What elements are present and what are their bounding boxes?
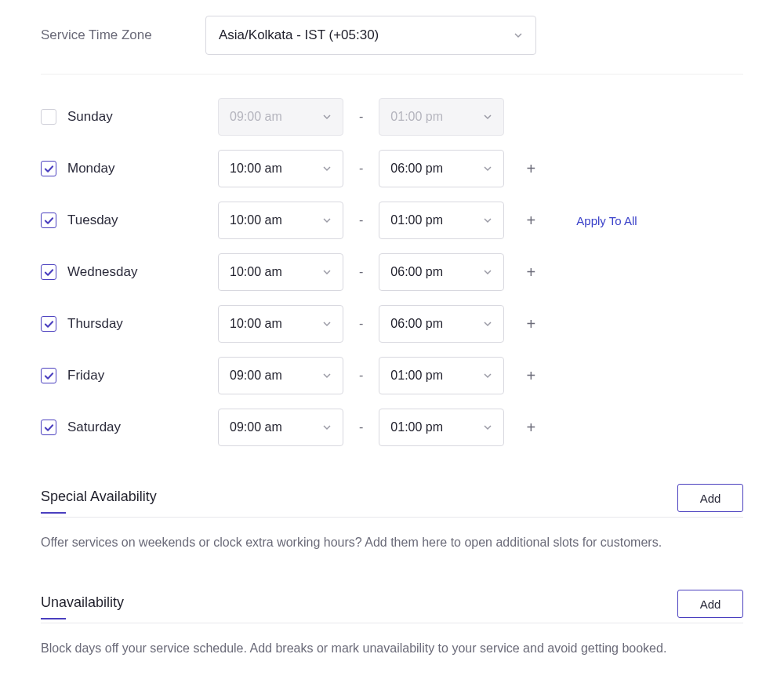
start-time-select[interactable]: 10:00 am (218, 305, 343, 343)
day-row: Wednesday10:00 am-06:00 pm+ (41, 253, 743, 291)
day-checkbox[interactable] (41, 161, 56, 176)
time-dash: - (356, 265, 366, 279)
timezone-label: Service Time Zone (41, 27, 190, 43)
day-label: Friday (67, 368, 104, 383)
start-time-value: 10:00 am (230, 265, 282, 279)
day-checkbox[interactable] (41, 368, 56, 383)
chevron-down-icon (483, 164, 492, 173)
chevron-down-icon (322, 319, 332, 329)
start-time-select[interactable]: 10:00 am (218, 202, 343, 239)
start-time-value: 10:00 am (230, 162, 282, 176)
start-time-value: 09:00 am (230, 110, 282, 124)
start-time-value: 09:00 am (230, 420, 282, 434)
chevron-down-icon (322, 164, 332, 173)
chevron-down-icon (514, 31, 523, 40)
end-time-value: 01:00 pm (390, 420, 443, 434)
chevron-down-icon (322, 216, 332, 225)
day-row: Sunday09:00 am-01:00 pm (41, 98, 743, 136)
end-time-select[interactable]: 01:00 pm (379, 202, 504, 239)
day-checkbox[interactable] (41, 420, 56, 435)
time-dash: - (356, 213, 366, 227)
time-dash: - (356, 369, 366, 383)
special-availability-title: Special Availability (41, 489, 157, 513)
timezone-value: Asia/Kolkata - IST (+05:30) (219, 27, 379, 43)
add-slot-icon[interactable]: + (521, 160, 540, 178)
unavailability-title: Unavailability (41, 594, 124, 619)
day-checkbox[interactable] (41, 213, 56, 228)
end-time-select[interactable]: 06:00 pm (379, 150, 504, 187)
day-checkbox[interactable] (41, 316, 56, 332)
unavailability-section: Unavailability Add Block days off your s… (41, 590, 743, 658)
start-time-value: 09:00 am (230, 369, 282, 383)
end-time-select[interactable]: 06:00 pm (379, 305, 504, 343)
chevron-down-icon (322, 371, 332, 380)
chevron-down-icon (483, 371, 492, 380)
start-time-select[interactable]: 09:00 am (218, 357, 343, 394)
add-unavailability-button[interactable]: Add (677, 590, 743, 618)
day-row: Thursday10:00 am-06:00 pm+ (41, 305, 743, 343)
start-time-value: 10:00 am (230, 317, 282, 331)
timezone-row: Service Time Zone Asia/Kolkata - IST (+0… (41, 16, 743, 74)
day-row: Saturday09:00 am-01:00 pm+ (41, 409, 743, 446)
time-dash: - (356, 110, 366, 124)
end-time-value: 01:00 pm (390, 110, 443, 124)
end-time-value: 06:00 pm (390, 162, 443, 176)
start-time-select[interactable]: 10:00 am (218, 253, 343, 291)
add-slot-icon[interactable]: + (521, 367, 540, 385)
add-slot-icon[interactable]: + (521, 419, 540, 437)
day-label: Tuesday (67, 213, 118, 228)
days-schedule: Sunday09:00 am-01:00 pmMonday10:00 am-06… (41, 74, 743, 446)
time-dash: - (356, 162, 366, 176)
end-time-value: 06:00 pm (390, 265, 443, 279)
time-dash: - (356, 420, 366, 434)
day-label: Saturday (67, 420, 121, 435)
day-row: Tuesday10:00 am-01:00 pm+Apply To All (41, 202, 743, 239)
end-time-value: 06:00 pm (390, 317, 443, 331)
end-time-select: 01:00 pm (379, 98, 504, 136)
start-time-select[interactable]: 09:00 am (218, 409, 343, 446)
start-time-value: 10:00 am (230, 213, 282, 227)
add-slot-icon[interactable]: + (521, 263, 540, 282)
unavailability-desc: Block days off your service schedule. Ad… (41, 639, 743, 658)
chevron-down-icon (483, 319, 492, 329)
start-time-select[interactable]: 10:00 am (218, 150, 343, 187)
day-label: Thursday (67, 316, 123, 332)
add-special-button[interactable]: Add (677, 484, 743, 512)
chevron-down-icon (483, 216, 492, 225)
end-time-select[interactable]: 01:00 pm (379, 409, 504, 446)
day-label: Monday (67, 161, 114, 176)
day-checkbox[interactable] (41, 264, 56, 280)
day-row: Friday09:00 am-01:00 pm+ (41, 357, 743, 394)
chevron-down-icon (322, 423, 332, 432)
end-time-value: 01:00 pm (390, 369, 443, 383)
add-slot-icon[interactable]: + (521, 212, 540, 230)
day-checkbox[interactable] (41, 109, 56, 125)
timezone-select[interactable]: Asia/Kolkata - IST (+05:30) (205, 16, 536, 55)
chevron-down-icon (322, 112, 332, 122)
end-time-select[interactable]: 06:00 pm (379, 253, 504, 291)
end-time-value: 01:00 pm (390, 213, 443, 227)
end-time-select[interactable]: 01:00 pm (379, 357, 504, 394)
chevron-down-icon (322, 267, 332, 277)
start-time-select: 09:00 am (218, 98, 343, 136)
chevron-down-icon (483, 267, 492, 277)
day-label: Sunday (67, 109, 113, 125)
day-label: Wednesday (67, 264, 137, 280)
special-availability-desc: Offer services on weekends or clock extr… (41, 533, 743, 552)
chevron-down-icon (483, 423, 492, 432)
add-slot-icon[interactable]: + (521, 315, 540, 333)
apply-to-all-link[interactable]: Apply To All (576, 214, 637, 227)
special-availability-section: Special Availability Add Offer services … (41, 484, 743, 552)
day-row: Monday10:00 am-06:00 pm+ (41, 150, 743, 187)
time-dash: - (356, 317, 366, 331)
chevron-down-icon (483, 112, 492, 122)
